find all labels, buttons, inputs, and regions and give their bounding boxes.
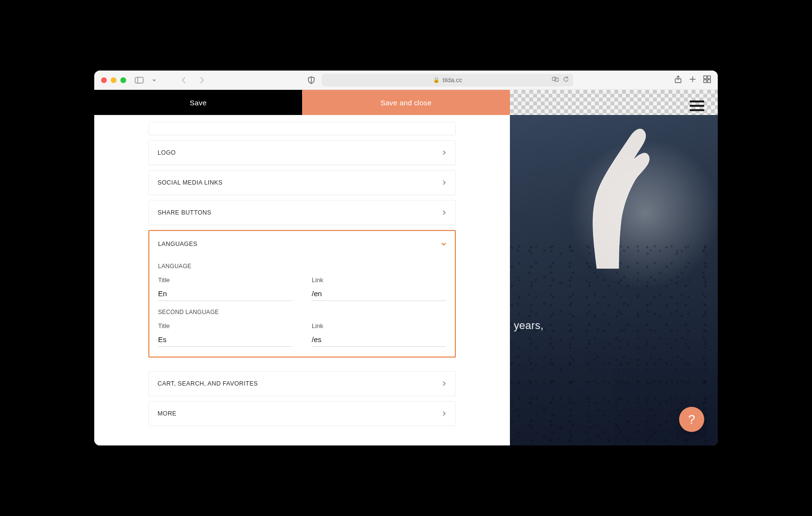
language-block-title: LANGUAGE — [158, 263, 446, 270]
transparent-header-area — [510, 90, 718, 115]
lang1-title-input[interactable] — [158, 287, 292, 301]
accordion-languages-header[interactable]: LANGUAGES — [149, 231, 455, 255]
preview-pane: years, ? — [510, 90, 718, 445]
help-button[interactable]: ? — [679, 407, 704, 432]
privacy-shield-icon[interactable] — [304, 74, 318, 86]
translate-icon[interactable] — [552, 76, 559, 84]
new-tab-icon[interactable] — [689, 75, 696, 85]
collapsed-card-stub — [148, 122, 456, 135]
accordion-title: SOCIAL MEDIA LINKS — [158, 179, 223, 186]
svg-rect-10 — [704, 80, 707, 83]
language-block-1: LANGUAGE Title Link — [149, 255, 455, 301]
minimize-window-icon[interactable] — [111, 77, 116, 83]
accordion-social[interactable]: SOCIAL MEDIA LINKS — [148, 170, 456, 195]
accordion-title: MORE — [158, 410, 176, 417]
url-host: tilda.cc — [443, 76, 462, 84]
back-button[interactable] — [177, 74, 191, 86]
panel-header: Save Save and close — [94, 90, 510, 115]
lang2-link-input[interactable] — [312, 333, 446, 347]
window-controls — [101, 77, 126, 83]
lock-icon: 🔒 — [433, 77, 440, 83]
page-content: Save Save and close LOGO SOCIAL MEDIA L — [94, 90, 718, 445]
language-block-2: SECOND LANGUAGE Title Link — [149, 301, 455, 347]
accordion-more[interactable]: MORE — [148, 401, 456, 426]
accordion-cart[interactable]: CART, SEARCH, AND FAVORITES — [148, 371, 456, 396]
sidebar-toggle-button[interactable] — [135, 77, 144, 84]
language-block-title: SECOND LANGUAGE — [158, 309, 446, 315]
save-close-button[interactable]: Save and close — [302, 90, 510, 115]
lang1-link-input[interactable] — [312, 287, 446, 301]
chevron-down-icon — [441, 240, 446, 248]
field-label-link: Link — [312, 322, 446, 330]
panel-body[interactable]: LOGO SOCIAL MEDIA LINKS SHARE BUTTONS — [94, 115, 510, 445]
address-bar[interactable]: 🔒 tilda.cc — [322, 74, 573, 86]
field-label-link: Link — [312, 276, 446, 284]
accordion-logo[interactable]: LOGO — [148, 140, 456, 165]
sidebar-menu-chevron-icon[interactable] — [147, 74, 161, 86]
reload-icon[interactable] — [563, 76, 569, 84]
browser-right-tools — [674, 75, 711, 85]
svg-rect-9 — [708, 76, 710, 79]
chevron-right-icon — [442, 409, 447, 418]
chevron-right-icon — [442, 208, 447, 217]
chevron-right-icon — [442, 178, 447, 187]
fullscreen-window-icon[interactable] — [120, 77, 126, 83]
browser-window: 🔒 tilda.cc — [94, 71, 718, 445]
forward-button[interactable] — [195, 74, 208, 86]
lang2-title-input[interactable] — [158, 333, 292, 347]
preview-arm-image — [539, 124, 655, 269]
chevron-right-icon — [442, 379, 447, 388]
svg-rect-8 — [704, 76, 707, 79]
chevron-right-icon — [442, 148, 447, 157]
svg-rect-11 — [708, 80, 710, 83]
field-label-title: Title — [158, 276, 292, 284]
accordion-title: LOGO — [158, 149, 176, 156]
save-button[interactable]: Save — [94, 90, 302, 115]
svg-rect-3 — [552, 77, 556, 81]
close-window-icon[interactable] — [101, 77, 107, 83]
accordion-languages: LANGUAGES LANGUAGE Title — [148, 230, 456, 358]
accordion-title: SHARE BUTTONS — [158, 209, 211, 216]
accordion-title: CART, SEARCH, AND FAVORITES — [158, 380, 258, 387]
tab-overview-icon[interactable] — [703, 75, 711, 85]
svg-rect-4 — [555, 78, 558, 81]
field-label-title: Title — [158, 322, 292, 330]
preview-caption-fragment: years, — [510, 319, 544, 332]
settings-panel: Save Save and close LOGO SOCIAL MEDIA L — [94, 90, 510, 445]
accordion-title: LANGUAGES — [158, 241, 197, 247]
menu-icon[interactable] — [690, 100, 704, 111]
svg-rect-0 — [135, 77, 144, 83]
browser-toolbar: 🔒 tilda.cc — [94, 71, 718, 90]
share-icon[interactable] — [674, 75, 682, 85]
accordion-share[interactable]: SHARE BUTTONS — [148, 200, 456, 225]
